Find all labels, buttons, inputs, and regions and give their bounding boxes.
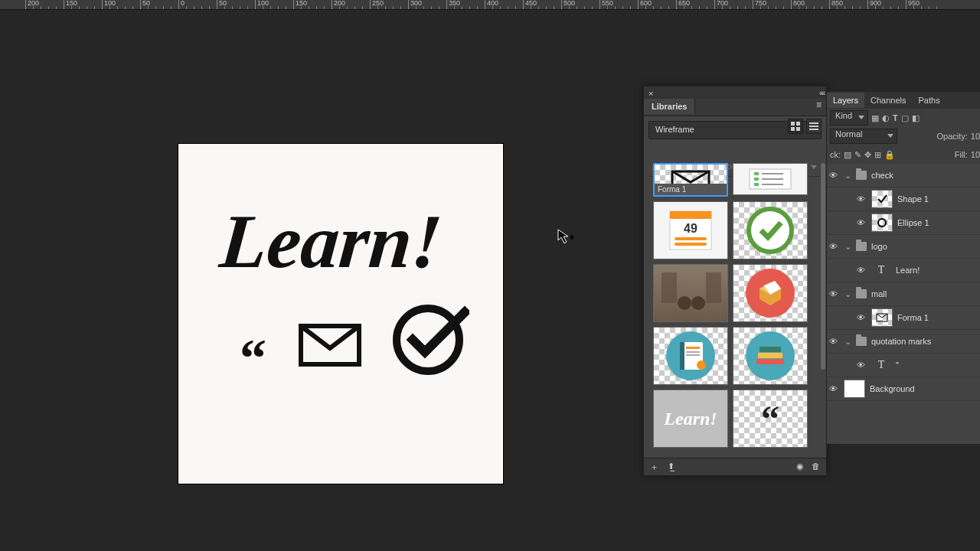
filter-smart-icon[interactable]: ◧: [912, 113, 920, 123]
visibility-icon[interactable]: 👁: [854, 266, 867, 275]
asset-calendar[interactable]: 49: [653, 201, 728, 259]
lock-transparency-icon[interactable]: ▨: [844, 150, 851, 160]
svg-rect-3: [796, 122, 800, 126]
layer-shape-1[interactable]: 👁 Shape 1: [827, 187, 980, 211]
blend-mode-select[interactable]: Normal: [830, 129, 897, 144]
layer-group-quotes[interactable]: 👁 ⌄ quotation marks: [827, 330, 980, 354]
visibility-icon[interactable]: 👁: [827, 242, 839, 251]
folder-icon: [856, 289, 867, 298]
visibility-icon[interactable]: 👁: [854, 360, 867, 370]
folder-icon: [856, 337, 867, 346]
list-view-button[interactable]: [806, 119, 822, 134]
chevron-down-icon: [887, 134, 893, 138]
trash-icon[interactable]: 🗑: [812, 461, 820, 471]
layer-text-quote[interactable]: 👁 T ": [827, 354, 980, 377]
close-icon[interactable]: ×: [648, 89, 653, 98]
svg-rect-14: [762, 178, 783, 180]
opacity-label: Opacity:: [937, 132, 968, 141]
lock-position-icon[interactable]: ✥: [864, 150, 871, 160]
svg-rect-24: [706, 272, 721, 303]
layer-thumb: [871, 214, 893, 232]
list-icon: [809, 122, 818, 131]
logo-text[interactable]: Learn!: [217, 197, 446, 285]
layer-background[interactable]: 👁 Background 🔒: [827, 377, 980, 401]
visibility-icon[interactable]: 👁: [854, 218, 867, 227]
fill-value[interactable]: 100%: [971, 150, 980, 159]
collapse-icon[interactable]: ««: [819, 89, 823, 97]
asset-notebook[interactable]: [653, 327, 728, 385]
asset-mail[interactable]: Forma 1: [653, 163, 728, 197]
svg-rect-21: [675, 243, 707, 246]
svg-rect-33: [686, 354, 700, 356]
grid-view-button[interactable]: [788, 119, 803, 134]
library-assets-grid: Forma 1 49 Learn! “: [653, 163, 820, 458]
check-icon[interactable]: [391, 303, 469, 377]
layer-forma-1[interactable]: 👁 Forma 1: [827, 306, 980, 330]
svg-point-34: [697, 360, 706, 370]
libraries-scrollbar[interactable]: [821, 163, 825, 370]
svg-rect-6: [809, 122, 818, 124]
layers-panel: Layers Channels Paths » Kind ▦ ◐ T ▢ ◧ N…: [827, 92, 980, 444]
layer-text-learn[interactable]: 👁 T Learn!: [827, 259, 980, 282]
visibility-icon[interactable]: 👁: [827, 384, 839, 393]
filter-type-icon[interactable]: T: [893, 113, 898, 122]
chevron-down-icon: [858, 116, 864, 119]
svg-rect-16: [762, 184, 783, 185]
twirl-down-icon[interactable]: ⌄: [844, 289, 851, 299]
svg-rect-13: [754, 178, 759, 181]
visibility-icon[interactable]: 👁: [854, 194, 867, 204]
filter-adjust-icon[interactable]: ◐: [882, 113, 890, 123]
asset-books[interactable]: [733, 327, 808, 385]
mail-icon[interactable]: [299, 324, 361, 367]
layer-ellipse-1[interactable]: 👁 Ellipse 1: [827, 211, 980, 235]
asset-quotes[interactable]: “: [733, 390, 808, 448]
asset-check-green[interactable]: [733, 201, 808, 259]
filter-kind-select[interactable]: Kind: [830, 110, 868, 126]
svg-rect-2: [791, 122, 795, 126]
layer-group-mail[interactable]: 👁 ⌄ mall: [827, 282, 980, 306]
layer-group-logo[interactable]: 👁 ⌄ logo: [827, 235, 980, 259]
lock-all-icon[interactable]: 🔒: [884, 150, 895, 160]
twirl-down-icon[interactable]: ⌄: [844, 242, 851, 252]
asset-caption: Forma 1: [655, 184, 727, 195]
upload-icon[interactable]: ⬆̲: [668, 461, 675, 473]
svg-rect-31: [686, 347, 700, 349]
filter-shape-icon[interactable]: ▢: [901, 113, 909, 123]
svg-rect-38: [760, 347, 781, 352]
lock-label: ck:: [830, 150, 841, 159]
filter-pixel-icon[interactable]: ▦: [871, 113, 879, 123]
move-cursor-icon: [557, 228, 575, 246]
horizontal-ruler: 2001501005005010015020025030035040045050…: [0, 0, 980, 10]
svg-rect-7: [809, 126, 818, 127]
visibility-icon[interactable]: 👁: [827, 289, 839, 298]
asset-box-red[interactable]: [733, 264, 808, 322]
tab-channels[interactable]: Channels: [864, 93, 912, 108]
asset-photo-library[interactable]: [653, 264, 728, 322]
svg-rect-36: [756, 359, 784, 364]
layers-list: 👁 ⌄ check 👁 Shape 1 👁 Ellipse 1 👁 ⌄ logo…: [827, 164, 980, 401]
tab-layers[interactable]: Layers: [827, 93, 864, 108]
panel-menu-icon[interactable]: ≡: [816, 99, 826, 106]
cloud-icon[interactable]: ◉: [796, 461, 804, 471]
tab-paths[interactable]: Paths: [913, 93, 946, 108]
layer-group-check[interactable]: 👁 ⌄ check: [827, 164, 980, 187]
libraries-panel-header[interactable]: × ««: [644, 86, 826, 99]
lock-pixels-icon[interactable]: ✎: [854, 150, 861, 160]
libraries-tab[interactable]: Libraries: [644, 99, 695, 114]
asset-learn-text[interactable]: Learn!: [653, 390, 728, 448]
visibility-icon[interactable]: 👁: [854, 313, 867, 322]
twirl-down-icon[interactable]: ⌄: [844, 337, 851, 347]
opacity-value[interactable]: 100%: [971, 132, 980, 141]
lock-artboard-icon[interactable]: ⊞: [874, 150, 881, 160]
svg-rect-12: [762, 173, 783, 174]
add-asset-icon[interactable]: ＋: [650, 461, 658, 473]
document-canvas[interactable]: Learn! “: [178, 144, 503, 484]
quotation-mark[interactable]: “: [240, 328, 266, 389]
visibility-icon[interactable]: 👁: [827, 171, 839, 180]
svg-rect-37: [758, 353, 782, 358]
svg-rect-18: [670, 211, 711, 219]
twirl-down-icon[interactable]: ⌄: [844, 171, 851, 181]
visibility-icon[interactable]: 👁: [827, 337, 839, 346]
asset-list-ui[interactable]: [733, 163, 808, 195]
svg-rect-8: [809, 129, 818, 130]
